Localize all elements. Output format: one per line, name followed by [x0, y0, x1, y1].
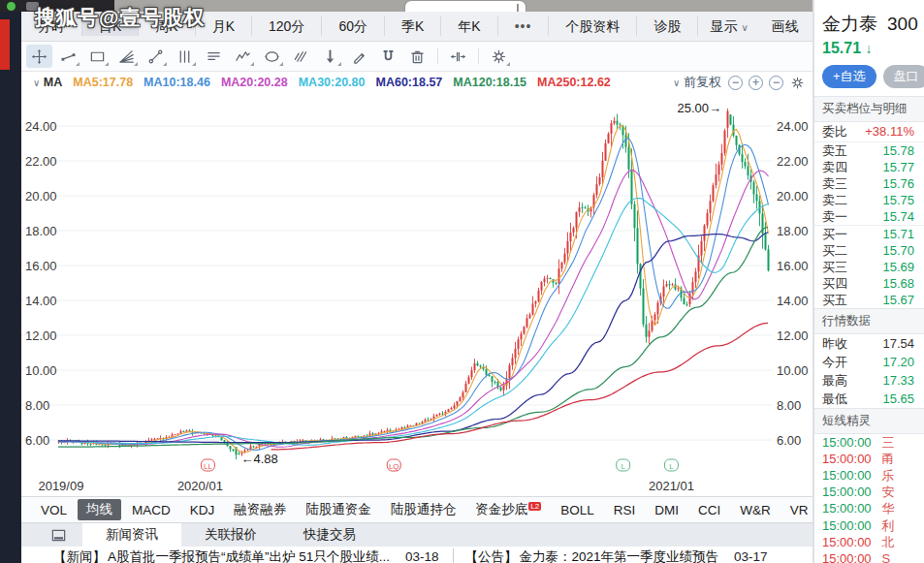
period-tab-月K[interactable]: 月K	[196, 16, 252, 36]
alert-row[interactable]: 15:00:00利	[814, 517, 924, 534]
quote-panel: 金力泰300 15.71 ↓ +自选 盘口 买卖档位与明细 委比 +38.11%…	[814, 0, 924, 563]
move-crosshair-icon[interactable]	[26, 45, 52, 68]
price-down-arrow-icon: ↓	[866, 41, 873, 56]
news-tabs: 新闻资讯关联报价快捷交易	[82, 523, 379, 547]
trendline-icon[interactable]	[55, 45, 81, 68]
menu-画线[interactable]: 画线	[760, 16, 811, 36]
hatch-icon[interactable]	[288, 45, 314, 68]
indicator-tab-VR[interactable]: VR	[781, 501, 817, 519]
expand-horizontal-icon[interactable]	[445, 45, 471, 68]
quote-row-最低: 最低15.65	[814, 390, 924, 408]
period-tab-诊股[interactable]: 诊股	[637, 16, 698, 36]
weibi-row: 委比 +38.11%	[814, 122, 924, 142]
alert-row[interactable]: 15:00:00华	[814, 501, 924, 517]
gann-fan-icon[interactable]	[113, 45, 140, 68]
svg-text:12.00: 12.00	[777, 328, 809, 343]
period-tab-周K[interactable]: 周K	[139, 16, 195, 36]
quote-row-卖三: 卖三15.76	[814, 175, 924, 192]
period-tab-60分[interactable]: 60分	[322, 16, 385, 36]
window-traffic-light-green[interactable]	[7, 2, 16, 11]
quote-panel-buttons: +自选 盘口	[822, 65, 924, 88]
quote-section-title: 行情数据	[814, 308, 924, 334]
alert-row[interactable]: 15:00:00S	[814, 550, 924, 563]
svg-text:L: L	[669, 462, 674, 471]
period-tab-个股资料[interactable]: 个股资料	[549, 16, 637, 36]
ma-value-MA20: MA20:20.28	[221, 76, 288, 89]
zoom-out-button[interactable]: −	[728, 76, 743, 90]
ellipse-icon[interactable]	[259, 45, 285, 68]
indicator-tab-KDJ[interactable]: KDJ	[181, 501, 224, 519]
vertical-lines-icon[interactable]	[172, 45, 198, 68]
indicator-tab-陆股通资金[interactable]: 陆股通资金	[297, 499, 380, 520]
indicator-tab-陆股通持仓[interactable]: 陆股通持仓	[382, 499, 465, 520]
indicator-tab-BOLL[interactable]: BOLL	[552, 501, 603, 519]
menu-显示[interactable]: 显示∨	[698, 16, 759, 36]
magnet-icon[interactable]	[375, 45, 401, 68]
quote-rows: 昨收17.54今开17.20最高17.33最低15.65	[814, 334, 924, 408]
alert-row[interactable]: 15:00:00甬	[814, 451, 924, 467]
svg-text:6.00: 6.00	[25, 433, 49, 448]
news-tab-快捷交易[interactable]: 快捷交易	[280, 523, 379, 547]
indicator-tab-VOL[interactable]: VOL	[32, 501, 76, 519]
ma-line-MA250	[271, 323, 768, 450]
quote-row-买二: 买二15.70	[814, 242, 924, 259]
quote-row-今开: 今开17.20	[814, 353, 924, 371]
stock-name: 金力泰300	[822, 12, 924, 37]
ticker-item[interactable]: 【公告】金力泰：2021年第一季度业绩预告03-17	[453, 548, 768, 563]
quote-row-昨收: 昨收17.54	[814, 334, 924, 353]
indicator-tab-RSI[interactable]: RSI	[605, 501, 645, 519]
quote-row-买四: 买四15.68	[814, 275, 924, 292]
text-note-icon[interactable]	[201, 45, 227, 68]
rectangle-icon[interactable]	[84, 45, 111, 68]
svg-text:8.00: 8.00	[777, 398, 801, 413]
wave-icon[interactable]	[230, 45, 256, 68]
svg-text:14.00: 14.00	[25, 294, 57, 308]
x-axis-label: 2020/01	[177, 479, 223, 493]
indicator-tab-资金抄底[interactable]: 资金抄底L2	[466, 499, 550, 520]
ask-levels: 卖五15.78卖四15.77卖三15.76卖二15.75卖一15.74	[814, 142, 924, 225]
gear-icon[interactable]	[486, 45, 512, 68]
alerts-section-title: 短线精灵	[814, 408, 924, 434]
period-tab-120分[interactable]: 120分	[252, 16, 322, 36]
order-book-section-title: 买卖档位与明细	[814, 96, 924, 122]
indicator-tab-DMI[interactable]: DMI	[646, 501, 687, 519]
period-tab-•••[interactable]: •••	[498, 16, 550, 36]
trash-icon[interactable]	[404, 45, 430, 68]
zoom-in-button[interactable]: +	[749, 76, 763, 90]
toolbar-separator	[437, 48, 438, 64]
indicator-tab-融资融券[interactable]: 融资融券	[225, 499, 295, 520]
alert-row[interactable]: 15:00:00安	[814, 485, 924, 501]
titlebar-gray-chip	[26, 2, 39, 11]
svg-text:22.00: 22.00	[777, 154, 809, 169]
period-tab-日K[interactable]: 日K	[82, 16, 139, 36]
svg-text:8.00: 8.00	[25, 398, 49, 413]
add-watchlist-button[interactable]: +自选	[822, 65, 876, 88]
adjust-mode-dropdown[interactable]: ∨ 前复权	[669, 74, 721, 91]
order-book-button[interactable]: 盘口	[883, 65, 924, 88]
period-tab-分时[interactable]: 分时	[21, 16, 82, 36]
ma-collapse-chevron-icon[interactable]: ∨ MA	[29, 76, 62, 89]
indicator-tab-MACD[interactable]: MACD	[123, 501, 179, 519]
period-tab-年K[interactable]: 年K	[441, 16, 497, 36]
pencil-icon[interactable]	[346, 45, 372, 68]
remove-indicator-button[interactable]: −	[769, 76, 783, 90]
alert-row[interactable]: 15:00:00北	[814, 534, 924, 550]
svg-text:18.00: 18.00	[25, 224, 57, 238]
kline-chart[interactable]: 6.006.008.008.0010.0010.0012.0012.0014.0…	[21, 93, 812, 477]
ticker-item[interactable]: 【新闻】A股首批一季报预告“成绩单”出炉 51只个股业绩...03-18	[53, 548, 439, 563]
gear-icon[interactable]	[790, 76, 805, 90]
tabbar-right-tabs: 显示∨画线	[698, 16, 810, 36]
panel-window-icon[interactable]	[50, 527, 67, 544]
arrow-down-icon[interactable]	[317, 45, 343, 68]
alert-row[interactable]: 15:00:00乐	[814, 467, 924, 484]
titlebar-search-input[interactable]	[405, 1, 526, 12]
indicator-tab-W&R[interactable]: W&R	[731, 501, 780, 519]
news-tab-关联报价[interactable]: 关联报价	[181, 523, 280, 547]
period-tab-季K[interactable]: 季K	[385, 16, 441, 36]
news-tab-新闻资讯[interactable]: 新闻资讯	[82, 523, 181, 547]
alert-row[interactable]: 15:00:00三	[814, 434, 924, 451]
indicator-tab-CCI[interactable]: CCI	[689, 501, 729, 519]
svg-text:L: L	[621, 462, 625, 471]
measure-icon[interactable]	[143, 45, 169, 68]
indicator-tab-均线[interactable]: 均线	[78, 499, 121, 520]
